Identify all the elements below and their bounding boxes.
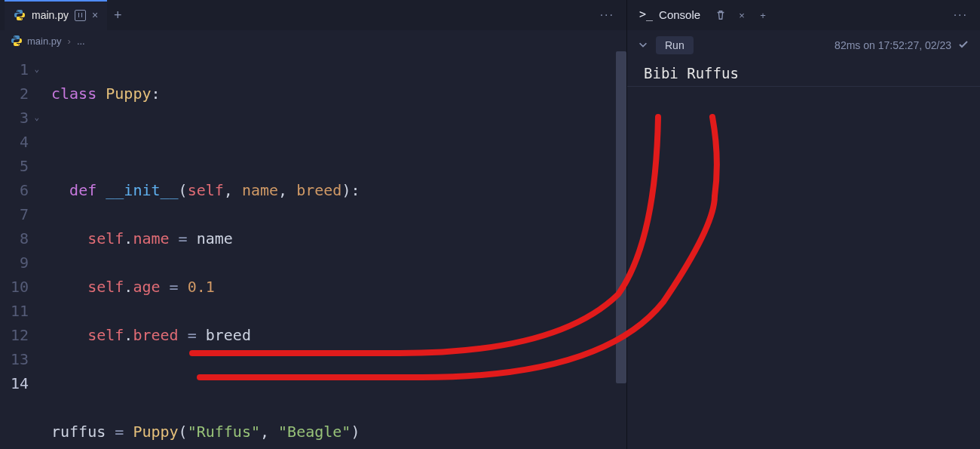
scrollbar-thumb[interactable] xyxy=(616,51,626,383)
console-output: Bibi Ruffus xyxy=(627,60,980,87)
console-tab-label: Console xyxy=(659,8,700,21)
python-file-icon xyxy=(11,35,23,47)
editor-body[interactable]: 1⌄ 2 3⌄ 4 5 6 7 8 9 10 11 12 13 14 class… xyxy=(0,51,626,449)
console-more-actions[interactable]: ··· xyxy=(946,8,975,22)
tab-console[interactable]: >_ Console xyxy=(632,0,708,30)
console-panel: >_ Console × + ··· Run 82ms on 17:52:27,… xyxy=(627,0,980,449)
console-tabs: >_ Console × + ··· xyxy=(627,0,980,30)
fold-chevron-icon[interactable]: ⌄ xyxy=(34,57,39,81)
run-button[interactable]: Run xyxy=(656,36,694,54)
close-icon[interactable]: × xyxy=(733,7,750,23)
breadcrumb: main.py › ... xyxy=(0,30,626,51)
console-toolbar: Run 82ms on 17:52:27, 02/23 xyxy=(627,30,980,60)
run-status: 82ms on 17:52:27, 02/23 xyxy=(835,38,969,53)
layout-columns-icon[interactable] xyxy=(75,10,86,21)
fold-chevron-icon[interactable]: ⌄ xyxy=(34,106,39,130)
check-icon xyxy=(957,38,969,53)
tab-main-py[interactable]: main.py × xyxy=(5,0,107,30)
breadcrumb-rest[interactable]: ... xyxy=(77,35,85,47)
editor-more-actions[interactable]: ··· xyxy=(593,8,622,22)
run-status-text: 82ms on 17:52:27, 02/23 xyxy=(835,39,951,51)
line-gutter: 1⌄ 2 3⌄ 4 5 6 7 8 9 10 11 12 13 14 xyxy=(0,51,44,449)
editor-panel: main.py × + ··· main.py › ... 1⌄ 2 3⌄ 4 … xyxy=(0,0,627,449)
add-tab-button[interactable]: + xyxy=(107,5,128,26)
add-console-button[interactable]: + xyxy=(755,7,771,23)
terminal-icon: >_ xyxy=(639,8,653,21)
breadcrumb-file[interactable]: main.py xyxy=(11,35,62,47)
tab-filename: main.py xyxy=(32,9,69,21)
code-area[interactable]: class Puppy: def __init__(self, name, br… xyxy=(44,51,626,449)
python-file-icon xyxy=(14,9,26,21)
chevron-down-icon[interactable] xyxy=(638,39,648,52)
trash-icon[interactable] xyxy=(712,7,729,23)
close-icon[interactable]: × xyxy=(92,9,98,21)
editor-tabs: main.py × + ··· xyxy=(0,0,626,30)
chevron-right-icon: › xyxy=(68,35,71,47)
